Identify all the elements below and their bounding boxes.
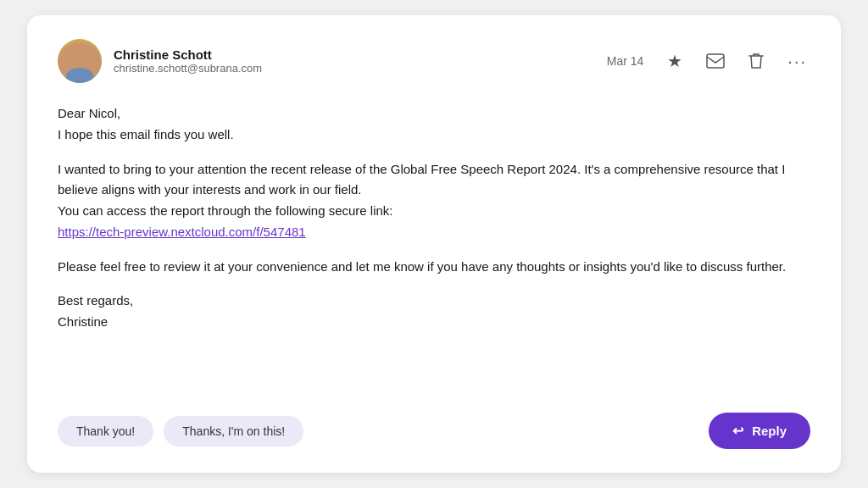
sender-text: Christine Schott christine.schott@subran… <box>114 47 262 75</box>
email-actions: Mar 14 ★ ··· <box>607 47 810 75</box>
reply-button-label: Reply <box>752 424 787 438</box>
email-closing: Best regards, <box>58 293 133 308</box>
email-card: Christine Schott christine.schott@subran… <box>27 15 841 473</box>
email-line1: I hope this email finds you well. <box>58 127 234 141</box>
reply-button[interactable]: ↩ Reply <box>709 413 810 449</box>
email-para2: Please feel free to review it at your co… <box>58 257 810 278</box>
sender-info: Christine Schott christine.schott@subran… <box>58 39 262 83</box>
avatar <box>58 39 102 83</box>
email-signature: Christine <box>58 314 108 329</box>
svg-rect-0 <box>707 54 724 68</box>
more-icon[interactable]: ··· <box>784 48 810 75</box>
email-footer: Thank you! Thanks, I'm on this! ↩ Reply <box>58 402 810 449</box>
email-greeting: Dear Nicol, <box>58 106 120 120</box>
quick-reply-thank-you[interactable]: Thank you! <box>58 416 153 446</box>
reply-arrow-icon: ↩ <box>732 423 743 439</box>
email-header: Christine Schott christine.schott@subran… <box>58 39 810 83</box>
quick-reply-on-this[interactable]: Thanks, I'm on this! <box>164 416 303 446</box>
email-date: Mar 14 <box>607 54 644 68</box>
quick-replies: Thank you! Thanks, I'm on this! <box>58 416 303 446</box>
email-para1b: You can access the report through the fo… <box>58 203 393 218</box>
star-icon[interactable]: ★ <box>664 47 686 75</box>
sender-name: Christine Schott <box>114 47 262 62</box>
sender-email: christine.schott@subrana.com <box>114 62 262 75</box>
trash-icon[interactable] <box>745 49 767 73</box>
email-link[interactable]: https://tech-preview.nextcloud.com/f/547… <box>58 225 306 239</box>
email-para1: I wanted to bring to your attention the … <box>58 162 785 197</box>
email-body: Dear Nicol, I hope this email finds you … <box>58 103 810 382</box>
envelope-icon[interactable] <box>703 50 728 72</box>
